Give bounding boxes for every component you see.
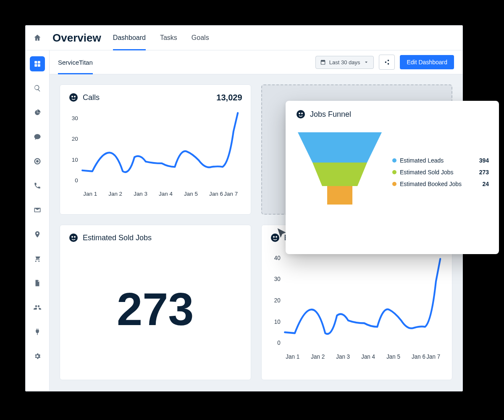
phone-icon xyxy=(34,182,41,189)
card-jobs-funnel-floating[interactable]: Jobs Funnel Estimated Leads 394 Estimat xyxy=(286,101,499,254)
calendar-icon xyxy=(320,59,326,65)
svg-text:40: 40 xyxy=(274,255,280,261)
top-bar: Overview Dashboard Tasks Goals xyxy=(26,26,462,50)
date-range-picker[interactable]: Last 30 days xyxy=(315,56,374,69)
legend-value: 394 xyxy=(479,157,489,164)
svg-text:Jan 4: Jan 4 xyxy=(159,191,173,197)
svg-text:20: 20 xyxy=(72,136,78,142)
sidebar-item-integrations[interactable] xyxy=(30,324,45,339)
svg-text:10: 10 xyxy=(72,157,78,163)
page-title: Overview xyxy=(52,32,101,45)
sidebar-item-cart[interactable] xyxy=(30,251,45,266)
svg-marker-40 xyxy=(312,163,367,186)
booked-chart: 0 10 20 30 40 Jan 1 Jan 2 xyxy=(270,245,444,372)
servicetitan-logo-icon xyxy=(68,92,79,102)
svg-text:Jan 1: Jan 1 xyxy=(83,191,97,197)
legend-value: 273 xyxy=(479,169,489,176)
home-button[interactable] xyxy=(26,26,49,50)
card-title: Estimated Sold Jobs xyxy=(83,234,152,242)
legend-label: Estimated Sold Jobs xyxy=(400,169,476,176)
share-icon xyxy=(384,59,390,65)
servicetitan-logo-icon xyxy=(296,109,306,119)
mail-icon xyxy=(34,206,41,214)
svg-point-19 xyxy=(71,236,73,238)
sub-bar: ServiceTitan Last 30 days Edit Dashboard xyxy=(50,50,462,74)
sidebar-item-reports[interactable] xyxy=(30,105,45,120)
svg-text:Jan 2: Jan 2 xyxy=(108,191,122,197)
top-tabs: Dashboard Tasks Goals xyxy=(113,26,223,50)
legend-label: Estimated Booked Jobs xyxy=(400,181,479,187)
card-estimated-sold-jobs[interactable]: Estimated Sold Jobs 273 xyxy=(60,225,251,380)
gear-icon xyxy=(34,352,41,360)
svg-text:0: 0 xyxy=(277,340,281,346)
sidebar-item-mail[interactable] xyxy=(30,202,45,218)
svg-text:Jan 7: Jan 7 xyxy=(426,353,440,360)
legend-row: Estimated Sold Jobs 273 xyxy=(392,169,489,176)
svg-point-36 xyxy=(297,110,305,118)
svg-point-4 xyxy=(69,93,78,102)
funnel-chart xyxy=(296,126,384,218)
svg-text:Jan 1: Jan 1 xyxy=(286,353,299,360)
sidebar-item-docs[interactable] xyxy=(30,276,45,291)
svg-point-22 xyxy=(273,236,275,238)
svg-text:Jan 5: Jan 5 xyxy=(386,353,400,360)
tab-tasks[interactable]: Tasks xyxy=(160,26,177,50)
grid-icon xyxy=(34,60,41,68)
svg-rect-1 xyxy=(38,61,40,63)
card-value: 13,029 xyxy=(216,93,242,102)
chevron-down-icon xyxy=(363,59,369,65)
subtab-servicetitan[interactable]: ServiceTitan xyxy=(58,50,93,74)
svg-text:Jan 6: Jan 6 xyxy=(209,191,223,197)
svg-rect-0 xyxy=(34,61,37,63)
map-pin-icon xyxy=(34,231,41,238)
sidebar-item-apps[interactable] xyxy=(30,56,45,71)
svg-text:30: 30 xyxy=(274,276,280,282)
calls-chart: 0 10 20 30 Jan 1 Jan 2 Jan 3 xyxy=(68,105,242,207)
svg-point-38 xyxy=(301,113,303,114)
svg-marker-39 xyxy=(298,132,382,163)
svg-text:10: 10 xyxy=(274,318,280,325)
users-icon xyxy=(34,304,41,311)
pie-chart-icon xyxy=(34,109,41,116)
legend-dot xyxy=(392,158,396,163)
svg-marker-41 xyxy=(327,186,352,205)
funnel-legend: Estimated Leads 394 Estimated Sold Jobs … xyxy=(392,157,489,187)
svg-point-5 xyxy=(71,96,73,97)
svg-point-37 xyxy=(299,113,300,114)
svg-point-20 xyxy=(74,236,76,238)
svg-text:Jan 3: Jan 3 xyxy=(134,191,147,197)
svg-text:Jan 5: Jan 5 xyxy=(184,191,198,197)
svg-rect-2 xyxy=(34,64,37,67)
svg-text:Jan 6: Jan 6 xyxy=(412,353,425,360)
legend-dot xyxy=(392,182,396,186)
legend-label: Estimated Leads xyxy=(400,157,476,164)
target-icon xyxy=(34,158,41,165)
chat-icon xyxy=(34,133,41,141)
legend-row: Estimated Leads 394 xyxy=(392,157,489,164)
search-icon xyxy=(34,84,41,92)
sidebar-item-search[interactable] xyxy=(30,81,45,96)
sidebar-item-calls[interactable] xyxy=(30,178,45,193)
tab-goals[interactable]: Goals xyxy=(192,26,209,50)
svg-text:Jan 4: Jan 4 xyxy=(361,353,375,360)
sidebar xyxy=(26,50,50,391)
svg-point-6 xyxy=(74,96,76,97)
card-title: Jobs Funnel xyxy=(310,110,351,119)
card-calls[interactable]: Calls 13,029 0 10 20 30 xyxy=(60,84,251,215)
cart-icon xyxy=(34,255,41,262)
plug-icon xyxy=(34,328,41,336)
legend-row: Estimated Booked Jobs 24 xyxy=(392,181,489,187)
home-icon xyxy=(33,34,42,42)
svg-text:30: 30 xyxy=(72,115,78,121)
sidebar-item-location[interactable] xyxy=(30,227,45,242)
edit-dashboard-button[interactable]: Edit Dashboard xyxy=(400,55,454,69)
share-button[interactable] xyxy=(379,55,395,70)
sidebar-item-users[interactable] xyxy=(30,300,45,315)
servicetitan-logo-icon xyxy=(68,233,79,243)
sidebar-item-settings[interactable] xyxy=(30,349,45,364)
sidebar-item-chat[interactable] xyxy=(30,129,45,144)
svg-text:Jan 7: Jan 7 xyxy=(224,191,238,197)
sidebar-item-target[interactable] xyxy=(30,154,45,169)
tab-dashboard[interactable]: Dashboard xyxy=(113,26,146,50)
svg-text:Jan 2: Jan 2 xyxy=(311,353,325,360)
